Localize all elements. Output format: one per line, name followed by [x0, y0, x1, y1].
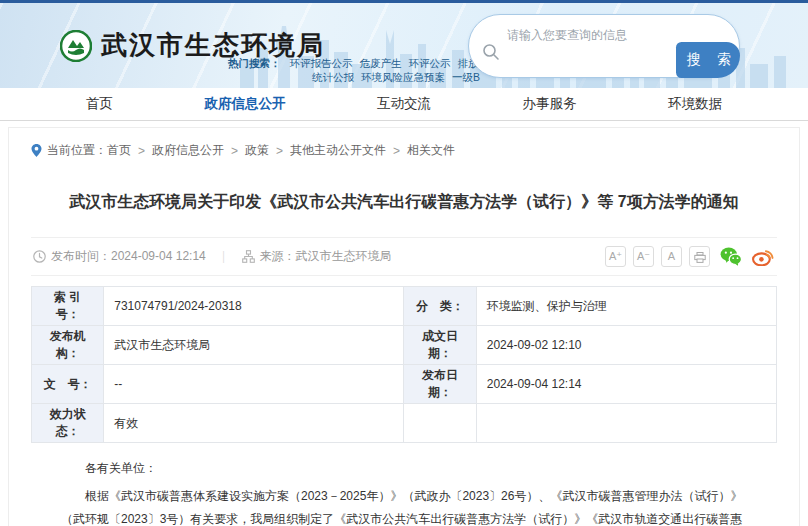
hot-search-link[interactable]: 环境风险应急预案: [361, 71, 445, 83]
meta-divider: ｜: [218, 248, 230, 265]
table-row: 索 引 号： 731074791/2024-20318 分 类： 环境监测、保护…: [32, 287, 777, 326]
info-label-empty: [404, 404, 476, 443]
print-button[interactable]: [689, 246, 710, 267]
publish-time: 发布时间：2024-09-04 12:14: [51, 248, 206, 265]
page-title: 武汉市生态环境局关于印发《武汉市公共汽车出行碳普惠方法学（试行）》等 7项方法学…: [61, 191, 747, 213]
source-sitemap-icon: [242, 250, 255, 263]
printer-icon: [694, 252, 706, 263]
article-meta-row: 发布时间：2024-09-04 12:14 ｜ 来源：武汉市生态环境局 A⁺ A…: [31, 237, 777, 276]
breadcrumb-separator: >: [276, 144, 283, 158]
info-value-agency: 武汉市生态环境局: [104, 326, 404, 365]
wechat-share-icon[interactable]: [720, 247, 742, 266]
hot-search-link[interactable]: 统计公报: [312, 71, 354, 83]
info-value-publish-date: 2024-09-04 12:14: [476, 365, 776, 404]
source-text: 来源：武汉市生态环境局: [260, 248, 392, 265]
table-row: 效力状态： 有效: [32, 404, 777, 443]
site-banner: 武汉市生态环境局 热门搜索：环评报告公示危废产生环评公示排放源 统计公报环境风险…: [0, 3, 808, 88]
info-label-publish-date: 发布日期：: [404, 365, 476, 404]
nav-item-services[interactable]: 办事服务: [523, 95, 577, 113]
breadcrumb-item[interactable]: 首页: [107, 142, 131, 159]
info-label-validity: 效力状态：: [32, 404, 104, 443]
font-decrease-button[interactable]: A⁻: [633, 246, 654, 267]
article-meta: 发布时间：2024-09-04 12:14 ｜ 来源：武汉市生态环境局: [33, 248, 392, 265]
body-paragraph: 根据《武汉市碳普惠体系建设实施方案（2023－2025年）》（武政办〔2023〕…: [61, 485, 747, 526]
nav-item-interaction[interactable]: 互动交流: [377, 95, 431, 113]
hot-search-link[interactable]: 环评报告公示: [290, 57, 353, 69]
info-label-category: 分 类：: [404, 287, 476, 326]
article-tools: A⁺ A⁻ A: [605, 246, 775, 267]
location-pin-icon: [31, 144, 42, 157]
info-value-doc-number: --: [104, 365, 404, 404]
breadcrumb-separator: >: [138, 144, 145, 158]
breadcrumb-current: 相关文件: [407, 142, 455, 159]
nav-item-gov-info[interactable]: 政府信息公开: [204, 95, 285, 113]
breadcrumb-separator: >: [393, 144, 400, 158]
nav-item-home[interactable]: 首页: [86, 95, 113, 113]
breadcrumb-separator: >: [231, 144, 238, 158]
info-label-agency: 发布机构：: [32, 326, 104, 365]
breadcrumb-item[interactable]: 政策: [245, 142, 269, 159]
search-input[interactable]: [507, 24, 697, 46]
search-icon: [482, 43, 500, 61]
hot-search-label: 热门搜索：: [228, 57, 281, 69]
weibo-share-icon[interactable]: [752, 247, 775, 266]
info-value-validity: 有效: [104, 404, 404, 443]
hot-search-links: 热门搜索：环评报告公示危废产生环评公示排放源 统计公报环境风险应急预案一级B: [228, 56, 480, 84]
table-row: 文 号： -- 发布日期： 2024-09-04 12:14: [32, 365, 777, 404]
document-body: 各有关单位： 根据《武汉市碳普惠体系建设实施方案（2023－2025年）》（武政…: [31, 443, 777, 526]
breadcrumb-item[interactable]: 其他主动公开文件: [290, 142, 386, 159]
info-label-doc-number: 文 号：: [32, 365, 104, 404]
font-reset-button[interactable]: A: [661, 246, 682, 267]
hot-search-link[interactable]: 一级B: [452, 71, 480, 83]
body-paragraph: 各有关单位：: [61, 457, 747, 480]
info-value-written-date: 2024-09-02 12:10: [476, 326, 776, 365]
breadcrumb-item[interactable]: 政府信息公开: [152, 142, 224, 159]
info-label-written-date: 成文日期：: [404, 326, 476, 365]
breadcrumb: 当前位置： 首页 > 政府信息公开 > 政策 > 其他主动公开文件 > 相关文件: [31, 138, 777, 161]
content-box: 当前位置： 首页 > 政府信息公开 > 政策 > 其他主动公开文件 > 相关文件…: [8, 127, 800, 526]
font-increase-button[interactable]: A⁺: [605, 246, 626, 267]
document-info-table: 索 引 号： 731074791/2024-20318 分 类： 环境监测、保护…: [31, 286, 777, 443]
search-box: 搜 索: [468, 14, 740, 78]
clock-icon: [33, 250, 46, 263]
bureau-emblem-icon: [60, 30, 92, 62]
info-value-empty: [476, 404, 776, 443]
hot-search-link[interactable]: 危废产生: [360, 57, 402, 69]
info-label-index: 索 引 号：: [32, 287, 104, 326]
page: 武汉市生态环境局 热门搜索：环评报告公示危废产生环评公示排放源 统计公报环境风险…: [0, 0, 808, 526]
table-row: 发布机构： 武汉市生态环境局 成文日期： 2024-09-02 12:10: [32, 326, 777, 365]
breadcrumb-label: 当前位置：: [47, 142, 107, 159]
main-nav: 首页 政府信息公开 互动交流 办事服务 环境数据: [0, 88, 808, 121]
info-value-index: 731074791/2024-20318: [104, 287, 404, 326]
hot-search-link[interactable]: 环评公示: [409, 57, 451, 69]
nav-item-env-data[interactable]: 环境数据: [668, 95, 722, 113]
info-value-category: 环境监测、保护与治理: [476, 287, 776, 326]
search-button[interactable]: 搜 索: [676, 42, 740, 78]
